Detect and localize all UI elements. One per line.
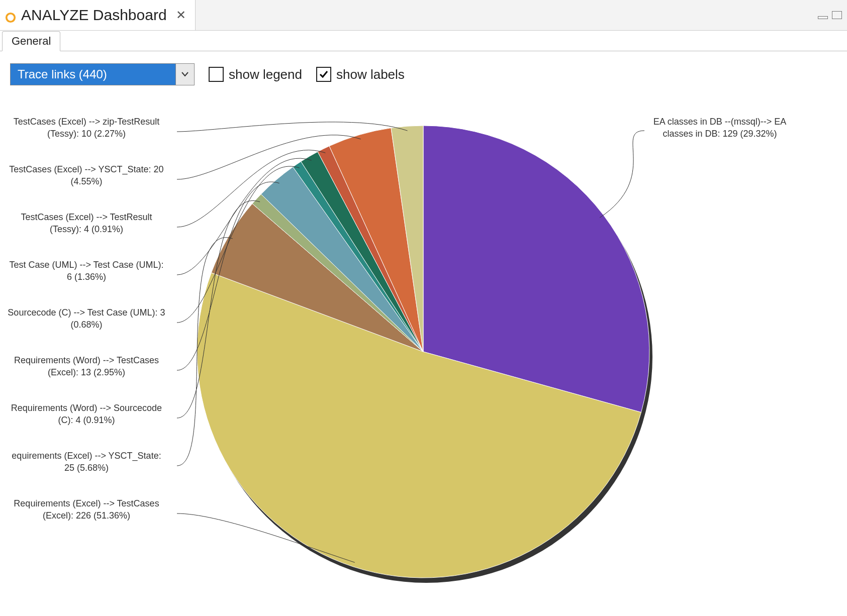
tab-general[interactable]: General — [2, 31, 60, 51]
checkbox-box — [316, 67, 331, 82]
window-buttons — [818, 11, 847, 30]
slice-label: TestCases (Excel) --> YSCT_State: 20 (4.… — [6, 163, 167, 188]
slice-label: Requirements (Excel) --> TestCases (Exce… — [6, 497, 167, 522]
show-labels-label: show labels — [336, 67, 405, 82]
slice-label: Requirements (Word) --> Sourcecode (C): … — [6, 402, 167, 427]
svg-point-0 — [7, 14, 15, 22]
tab-general-label: General — [12, 35, 51, 47]
slice-label: EA classes in DB --(mssql)--> EA classes… — [644, 116, 795, 140]
chart-area: TestCases (Excel) --> zip-TestResult (Te… — [6, 85, 840, 616]
titlebar: ANALYZE Dashboard ✕ — [0, 0, 847, 31]
dataset-combo[interactable]: Trace links (440) — [10, 63, 195, 85]
leader-line — [600, 131, 644, 218]
slice-label: equirements (Excel) --> YSCT_State: 25 (… — [6, 450, 167, 474]
show-labels-checkbox[interactable]: show labels — [316, 67, 405, 82]
slice-label: TestCases (Excel) --> TestResult (Tessy)… — [6, 211, 167, 236]
app-window: ANALYZE Dashboard ✕ General Trace links … — [0, 0, 847, 616]
leader-line — [177, 122, 408, 132]
minimize-button[interactable] — [818, 16, 828, 19]
chevron-down-icon[interactable] — [175, 64, 194, 85]
slice-label: Test Case (UML) --> Test Case (UML): 6 (… — [6, 259, 167, 283]
show-legend-checkbox[interactable]: show legend — [209, 67, 302, 82]
dataset-combo-value: Trace links (440) — [11, 64, 175, 85]
slice-label: Sourcecode (C) --> Test Case (UML): 3 (0… — [6, 306, 167, 331]
maximize-button[interactable] — [832, 11, 842, 19]
slice-label: Requirements (Word) --> TestCases (Excel… — [6, 354, 167, 379]
title-tab[interactable]: ANALYZE Dashboard ✕ — [0, 0, 196, 30]
slice-label: TestCases (Excel) --> zip-TestResult (Te… — [6, 116, 167, 140]
show-legend-label: show legend — [229, 67, 302, 82]
checkbox-box — [209, 67, 224, 82]
analyze-icon — [5, 10, 16, 21]
tabstrip: General — [0, 31, 847, 51]
controls-row: Trace links (440) show legend show label… — [0, 51, 847, 85]
window-title: ANALYZE Dashboard — [21, 7, 167, 24]
close-icon[interactable]: ✕ — [176, 8, 186, 22]
